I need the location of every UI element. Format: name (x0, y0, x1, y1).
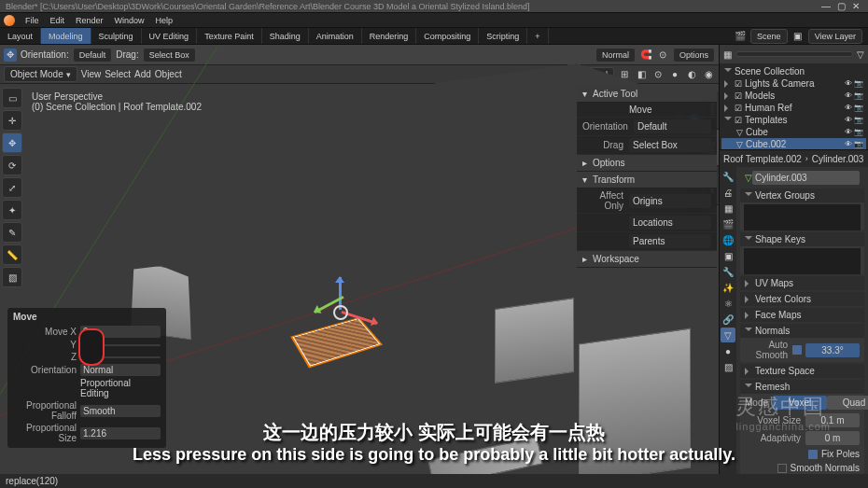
breadcrumb-2[interactable]: Cylinder.003 (812, 154, 864, 164)
ptab-data-icon[interactable]: ▽ (721, 328, 735, 342)
tool-header: ✥ Orientation: Default Drag: Select Box … (0, 45, 719, 65)
ptab-scene-icon[interactable]: 🎬 (721, 216, 735, 231)
viewlayer-icon: ▣ (791, 30, 805, 43)
tab-uvediting[interactable]: UV Editing (142, 28, 198, 44)
ptab-world-icon[interactable]: 🌐 (721, 232, 735, 247)
ptab-output-icon[interactable]: 🖨 (721, 185, 735, 200)
menu-bar: File Edit Render Window Help (0, 13, 868, 28)
tree-human-ref[interactable]: ☑Human Ref👁 📷 (721, 102, 866, 114)
section-uvmaps[interactable]: UV Maps (740, 276, 864, 290)
section-normals[interactable]: Normals (740, 324, 864, 338)
tab-add[interactable]: + (527, 28, 548, 44)
tool-transform[interactable]: ✦ (2, 200, 22, 220)
maximize-icon[interactable]: ▢ (834, 1, 847, 12)
ptab-object-icon[interactable]: ▣ (721, 248, 735, 263)
tab-texturepaint[interactable]: Texture Paint (197, 28, 262, 44)
tree-cube-002[interactable]: ▽Cube.002👁 📷 (721, 138, 866, 149)
tool-measure[interactable]: 📏 (2, 244, 22, 265)
tree-models[interactable]: ☑Models👁 📷 (721, 90, 866, 102)
menu-render[interactable]: Render (71, 16, 108, 25)
tool-rotate[interactable]: ⟳ (2, 155, 22, 175)
tab-scripting[interactable]: Scripting (479, 28, 527, 44)
tool-cursor[interactable]: ✛ (2, 110, 22, 131)
menu-help[interactable]: Help (151, 16, 178, 25)
tab-shading[interactable]: Shading (262, 28, 309, 44)
menu-edit[interactable]: Edit (46, 16, 70, 25)
ptab-viewlayer-icon[interactable]: ▦ (721, 201, 735, 216)
tab-animation[interactable]: Animation (309, 28, 362, 44)
tree-cube[interactable]: ▽Cube👁 📷 (721, 126, 866, 138)
section-shape-keys[interactable]: Shape Keys (740, 232, 864, 246)
mesh-torii-gate[interactable] (495, 298, 574, 383)
smoothnorm-checkbox[interactable] (777, 464, 787, 473)
viewlayer-selector[interactable]: View Layer (808, 29, 862, 44)
snap-icon[interactable]: 🧲 (639, 49, 652, 62)
affect-locations[interactable]: Locations (629, 216, 711, 230)
outliner-search[interactable] (735, 51, 853, 57)
npanel-orientation[interactable]: Default (634, 119, 711, 133)
mode-dropdown[interactable]: Object Mode ▾ (4, 66, 77, 82)
shading-wireframe-icon[interactable]: ⊙ (651, 68, 665, 81)
section-remesh[interactable]: Remesh (740, 380, 864, 394)
affect-parents[interactable]: Parents (629, 234, 711, 248)
ptab-texture-icon[interactable]: ▨ (721, 359, 735, 374)
autosmooth-checkbox[interactable] (792, 345, 802, 355)
tab-layout[interactable]: Layout (0, 28, 41, 44)
viewport-3d[interactable]: ✥ Orientation: Default Drag: Select Box … (0, 45, 719, 474)
viewport-info: User Perspective (0) Scene Collection | … (32, 91, 202, 112)
tool-select-box[interactable]: ▭ (2, 88, 22, 108)
autosmooth-angle[interactable]: 33.3° (805, 343, 860, 357)
transform-orient[interactable]: Normal (595, 48, 636, 63)
section-facemaps[interactable]: Face Maps (740, 308, 864, 322)
menu-file[interactable]: File (21, 16, 44, 25)
menu-add[interactable]: Add (134, 69, 151, 79)
datablock-name[interactable]: Cylinder.003 (752, 171, 860, 185)
outliner-tree[interactable]: Scene Collection ☑Lights & Camera👁 📷 ☑Mo… (720, 63, 868, 149)
ptab-modifier-icon[interactable]: 🔧 (721, 264, 735, 279)
ptab-particle-icon[interactable]: ✨ (721, 280, 735, 295)
display-mode-icon[interactable]: ▦ (723, 49, 732, 60)
close-icon[interactable]: ✕ (849, 1, 862, 12)
orientation-dropdown[interactable]: Default (73, 48, 113, 63)
breadcrumb-1[interactable]: Roof Template.002 (723, 154, 802, 164)
proportional-falloff[interactable]: Smooth (80, 405, 161, 417)
ptab-constraint-icon[interactable]: 🔗 (721, 312, 735, 327)
shading-solid-icon[interactable]: ● (668, 68, 681, 81)
shading-rendered-icon[interactable]: ◉ (702, 68, 715, 81)
menu-view[interactable]: View (81, 69, 102, 79)
proportional-icon[interactable]: ⊙ (656, 49, 669, 62)
drag-dropdown[interactable]: Select Box (143, 48, 196, 63)
tab-rendering[interactable]: Rendering (362, 28, 417, 44)
minimize-icon[interactable]: — (819, 1, 833, 12)
npanel-drag[interactable]: Select Box (629, 138, 711, 152)
affect-origins[interactable]: Origins (629, 194, 711, 208)
tree-templates[interactable]: ☑Templates👁 📷 (721, 114, 866, 126)
menu-object[interactable]: Object (155, 69, 182, 79)
ptab-render-icon[interactable]: 🔧 (721, 169, 735, 184)
tab-compositing[interactable]: Compositing (416, 28, 479, 44)
scene-selector[interactable]: Scene (750, 29, 788, 44)
subtitle-english: Less pressure on this side is going to b… (0, 445, 868, 465)
tab-modeling[interactable]: Modeling (41, 28, 91, 44)
tool-scale[interactable]: ⤢ (2, 177, 22, 198)
shading-material-icon[interactable]: ◐ (685, 68, 698, 81)
ptab-physics-icon[interactable]: ⚛ (721, 296, 735, 311)
section-vcolors[interactable]: Vertex Colors (740, 292, 864, 306)
tab-sculpting[interactable]: Sculpting (91, 28, 142, 44)
menu-select[interactable]: Select (105, 69, 131, 79)
section-texspace[interactable]: Texture Space (740, 364, 864, 378)
tool-annotate[interactable]: ✎ (2, 222, 22, 243)
tool-addcube[interactable]: ▧ (2, 267, 22, 287)
section-vertex-groups[interactable]: Vertex Groups (740, 188, 864, 202)
outliner-header: ▦ ▽ (720, 45, 868, 63)
mouse-icon (78, 328, 105, 366)
ptab-material-icon[interactable]: ● (721, 343, 735, 358)
remesh-quad[interactable]: Quad (827, 396, 868, 410)
xray-icon[interactable]: ◧ (635, 68, 648, 81)
gizmo-center[interactable] (333, 305, 348, 320)
tree-lights-camera[interactable]: ☑Lights & Camera👁 📷 (721, 77, 866, 90)
options-dropdown[interactable]: Options (673, 48, 715, 63)
menu-window[interactable]: Window (110, 16, 149, 25)
filter-icon[interactable]: ▽ (857, 49, 864, 60)
tool-move[interactable]: ✥ (2, 132, 22, 153)
